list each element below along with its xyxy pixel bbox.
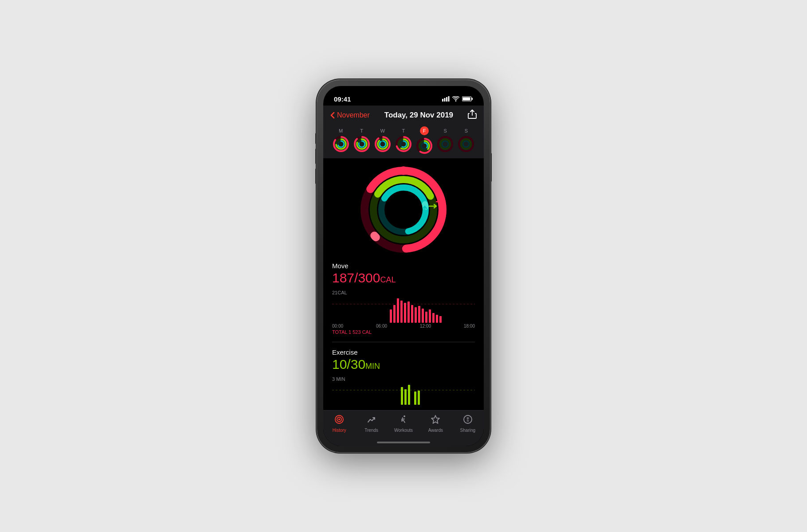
battery-icon [462,96,473,103]
svg-rect-65 [432,313,435,323]
svg-point-76 [338,419,340,420]
svg-rect-58 [407,301,410,323]
divider-1 [332,342,475,342]
day-wednesday[interactable]: W [374,128,392,153]
move-value: 187/300CAL [332,270,475,286]
svg-rect-62 [422,309,424,323]
svg-rect-55 [397,298,399,323]
time-1800: 18:00 [464,324,475,329]
svg-rect-70 [404,389,407,405]
phone-device: 09:41 [317,80,490,452]
move-unit: CAL [380,275,396,284]
svg-rect-2 [446,97,447,102]
svg-rect-6 [463,98,470,101]
nav-title: Today, 29 Nov 2019 [370,111,468,120]
svg-rect-57 [404,303,406,323]
exercise-number: 10/30 [332,357,365,372]
svg-rect-61 [418,306,420,323]
day-label-t1: T [360,128,363,133]
day-saturday[interactable]: S [436,128,454,153]
tab-awards-label: Awards [428,428,443,433]
svg-rect-56 [400,301,403,323]
move-number: 187/300 [332,270,380,285]
activity-rings [359,165,448,254]
phone-screen: 09:41 [323,86,484,446]
svg-point-39 [442,141,448,147]
svg-rect-67 [439,316,442,323]
tab-history[interactable]: History [323,414,355,433]
workouts-icon [398,414,409,426]
exercise-bars [332,383,475,405]
day-tuesday[interactable]: T [353,128,371,153]
phone-body: 09:41 [317,80,490,452]
share-button[interactable] [468,109,477,121]
tab-bar: History Trends [323,410,484,446]
awards-icon [430,414,441,426]
exercise-value: 10/30MIN [332,357,475,372]
wifi-icon [452,96,459,103]
day-label-f: F [420,126,429,135]
home-indicator [377,442,430,443]
move-label: Move [332,262,475,270]
tab-history-label: History [333,428,346,433]
tab-trends-label: Trends [364,428,378,433]
tab-trends[interactable]: Trends [355,414,387,433]
app-content: November Today, 29 Nov 2019 M [323,106,484,446]
svg-rect-73 [418,391,420,405]
svg-point-24 [380,141,386,147]
day-label-w: W [380,128,385,133]
move-chart-max: 21CAL [332,290,475,295]
tab-awards[interactable]: Awards [419,414,451,433]
move-time-labels: 00:00 06:00 12:00 18:00 [332,324,475,329]
exercise-stats: Exercise 10/30MIN [323,344,484,376]
status-icons [442,96,473,103]
day-label-s1: S [444,128,447,133]
day-label-t2: T [402,128,405,133]
svg-rect-3 [448,96,450,102]
history-icon [334,414,345,426]
tab-workouts[interactable]: Workouts [388,414,419,433]
exercise-chart: 3 MIN [323,376,484,405]
trends-icon [366,414,377,426]
svg-rect-1 [444,98,446,102]
exercise-unit: MIN [365,362,380,371]
back-label: November [337,111,370,119]
svg-rect-53 [390,309,392,323]
day-sunday[interactable]: S [457,128,475,153]
svg-rect-59 [411,305,413,323]
nav-header: November Today, 29 Nov 2019 [323,106,484,124]
svg-rect-54 [393,305,396,323]
notch [370,86,437,98]
svg-rect-69 [401,387,403,405]
day-friday[interactable]: F [415,126,433,155]
time-0600: 06:00 [376,324,387,329]
move-stats: Move 187/300CAL [323,258,484,290]
day-label-s2: S [465,128,468,133]
day-thursday[interactable]: T [395,128,412,153]
svg-point-42 [463,141,469,147]
tab-sharing-label: Sharing [460,428,475,433]
move-chart-container [332,296,475,323]
power-button[interactable] [490,153,492,182]
tab-sharing[interactable]: S Sharing [452,414,484,433]
svg-rect-0 [442,99,443,102]
svg-point-77 [404,415,405,417]
day-monday[interactable]: M [332,128,350,153]
nav-back-button[interactable]: November [330,111,370,119]
move-chart: 21CAL [323,290,484,335]
svg-rect-72 [414,391,416,405]
exercise-chart-max: 3 MIN [332,376,475,382]
svg-rect-71 [408,385,410,405]
svg-marker-78 [431,415,439,423]
time-1200: 12:00 [420,324,431,329]
svg-text:S: S [466,419,469,422]
sharing-icon: S [462,414,473,426]
signal-icon [442,96,450,103]
svg-point-51 [399,166,408,175]
main-rings-area [323,158,484,258]
week-calendar: M T [323,124,484,158]
svg-rect-60 [415,307,417,323]
time-0000: 00:00 [332,324,343,329]
tab-workouts-label: Workouts [394,428,413,433]
svg-rect-66 [436,315,438,323]
